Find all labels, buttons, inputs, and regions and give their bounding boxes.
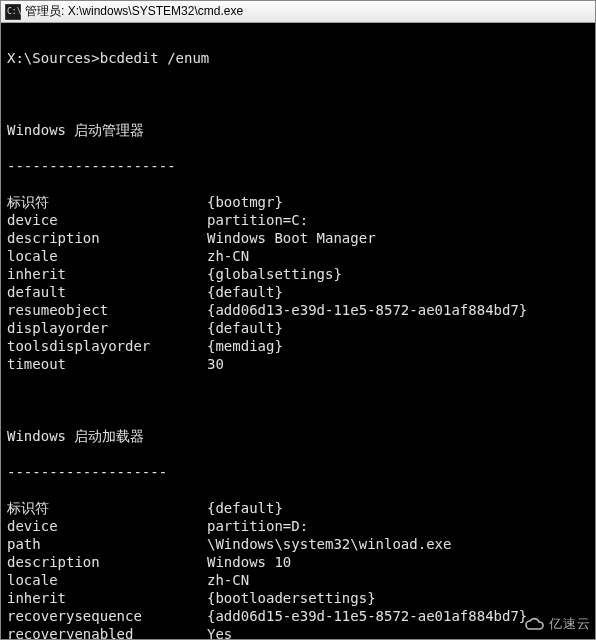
entry-value: zh-CN [207,248,249,264]
entry-key: locale [7,571,207,589]
entry-value: {add06d15-e39d-11e5-8572-ae01af884bd7} [207,608,527,624]
cloud-icon [523,616,545,632]
titlebar[interactable]: C:\ 管理员: X:\windows\SYSTEM32\cmd.exe [1,1,595,23]
entry-value: partition=D: [207,518,308,534]
entry-key: description [7,553,207,571]
boot-manager-row: toolsdisplayorder{memdiag} [7,337,589,355]
entry-value: partition=C: [207,212,308,228]
section-separator: -------------------- [7,157,589,175]
prompt-path: X:\Sources> [7,50,100,66]
boot-manager-row: default{default} [7,283,589,301]
boot-loader-row: recoveryenabledYes [7,625,589,639]
boot-manager-row: localezh-CN [7,247,589,265]
section-title-boot-manager: Windows 启动管理器 [7,121,589,139]
window-title: 管理员: X:\windows\SYSTEM32\cmd.exe [25,3,243,20]
boot-loader-row: path\Windows\system32\winload.exe [7,535,589,553]
entry-key: recoverysequence [7,607,207,625]
entry-value: Windows Boot Manager [207,230,376,246]
entry-key: 标识符 [7,193,207,211]
watermark: 亿速云 [523,615,591,633]
entry-key: 标识符 [7,499,207,517]
entry-key: recoveryenabled [7,625,207,639]
entry-key: toolsdisplayorder [7,337,207,355]
boot-manager-row: resumeobject{add06d13-e39d-11e5-8572-ae0… [7,301,589,319]
boot-loader-row: devicepartition=D: [7,517,589,535]
boot-loader-row: localezh-CN [7,571,589,589]
svg-text:C:\: C:\ [7,7,21,16]
entry-value: {memdiag} [207,338,283,354]
entry-value: zh-CN [207,572,249,588]
section-title-boot-loader: Windows 启动加载器 [7,427,589,445]
boot-manager-row: inherit{globalsettings} [7,265,589,283]
entry-value: {bootloadersettings} [207,590,376,606]
entry-key: resumeobject [7,301,207,319]
entry-key: device [7,211,207,229]
entry-value: {default} [207,500,283,516]
boot-loader-row: recoverysequence{add06d15-e39d-11e5-8572… [7,607,589,625]
entry-value: {default} [207,320,283,336]
boot-manager-row: descriptionWindows Boot Manager [7,229,589,247]
entry-value: {bootmgr} [207,194,283,210]
boot-manager-row: devicepartition=C: [7,211,589,229]
entry-value: Windows 10 [207,554,291,570]
boot-manager-row: 标识符{bootmgr} [7,193,589,211]
watermark-text: 亿速云 [549,615,591,633]
boot-manager-row: timeout30 [7,355,589,373]
entry-value: \Windows\system32\winload.exe [207,536,451,552]
entry-key: default [7,283,207,301]
entry-key: timeout [7,355,207,373]
entry-key: inherit [7,589,207,607]
boot-loader-row: descriptionWindows 10 [7,553,589,571]
entry-key: device [7,517,207,535]
prompt-command: bcdedit /enum [100,50,210,66]
entry-value: {add06d13-e39d-11e5-8572-ae01af884bd7} [207,302,527,318]
boot-manager-row: displayorder{default} [7,319,589,337]
boot-loader-row: inherit{bootloadersettings} [7,589,589,607]
boot-loader-row: 标识符{default} [7,499,589,517]
entry-value: Yes [207,626,232,639]
entry-value: {globalsettings} [207,266,342,282]
entry-value: 30 [207,356,224,372]
cmd-icon: C:\ [5,4,21,20]
entry-key: displayorder [7,319,207,337]
entry-key: path [7,535,207,553]
entry-key: inherit [7,265,207,283]
section-separator: ------------------- [7,463,589,481]
entry-key: description [7,229,207,247]
entry-key: locale [7,247,207,265]
terminal-output[interactable]: X:\Sources>bcdedit /enum Windows 启动管理器 -… [1,23,595,639]
entry-value: {default} [207,284,283,300]
cmd-window: C:\ 管理员: X:\windows\SYSTEM32\cmd.exe X:\… [0,0,596,640]
